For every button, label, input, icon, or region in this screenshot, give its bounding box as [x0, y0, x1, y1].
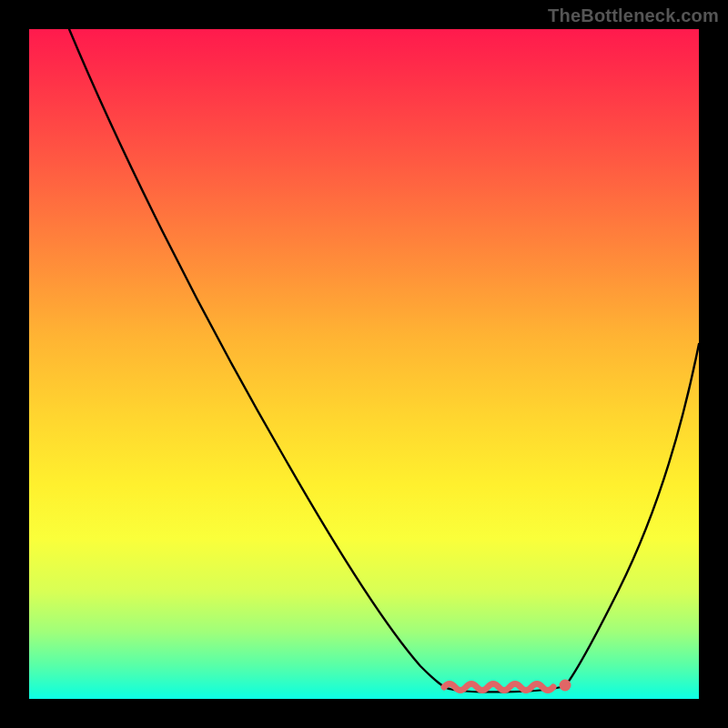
chart-svg [29, 29, 699, 699]
outer-frame: TheBottleneck.com [0, 0, 728, 728]
left-branch-curve [69, 29, 450, 689]
watermark-text: TheBottleneck.com [548, 5, 719, 26]
valley-bump-marker [444, 684, 553, 691]
right-branch-curve [565, 344, 699, 686]
end-dot [560, 680, 571, 692]
